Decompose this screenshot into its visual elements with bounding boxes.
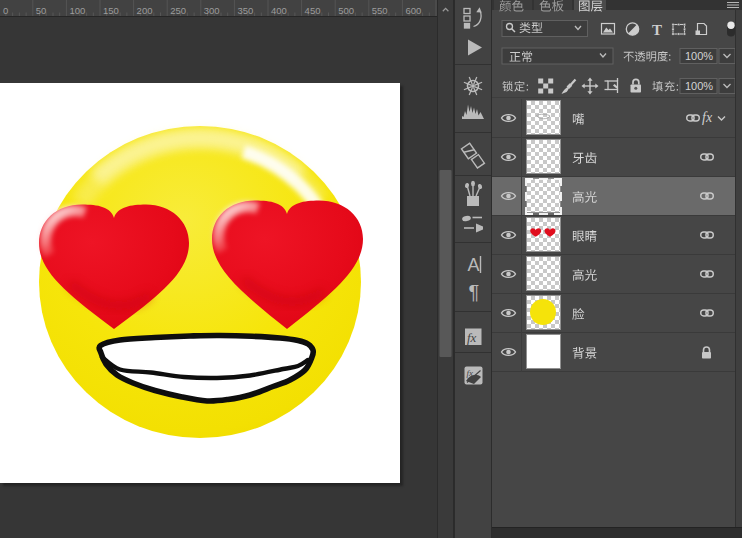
svg-text:¶: ¶ xyxy=(469,281,480,303)
svg-text:200: 200 xyxy=(137,5,153,16)
svg-text:100: 100 xyxy=(69,5,85,16)
svg-text:A: A xyxy=(468,255,480,275)
svg-text:500: 500 xyxy=(338,5,354,16)
svg-text:T: T xyxy=(652,22,662,38)
svg-text:100%: 100% xyxy=(685,50,713,62)
svg-text:400: 400 xyxy=(271,5,287,16)
svg-text:450: 450 xyxy=(305,5,321,16)
svg-text:350: 350 xyxy=(237,5,253,16)
svg-text:300: 300 xyxy=(204,5,220,16)
svg-text:100%: 100% xyxy=(685,80,713,92)
svg-text:0: 0 xyxy=(3,5,8,16)
svg-text:fx: fx xyxy=(467,330,477,345)
svg-text:250: 250 xyxy=(170,5,186,16)
svg-text:150: 150 xyxy=(103,5,119,16)
svg-text:600: 600 xyxy=(405,5,421,16)
svg-text:550: 550 xyxy=(372,5,388,16)
svg-text:50: 50 xyxy=(36,5,47,16)
